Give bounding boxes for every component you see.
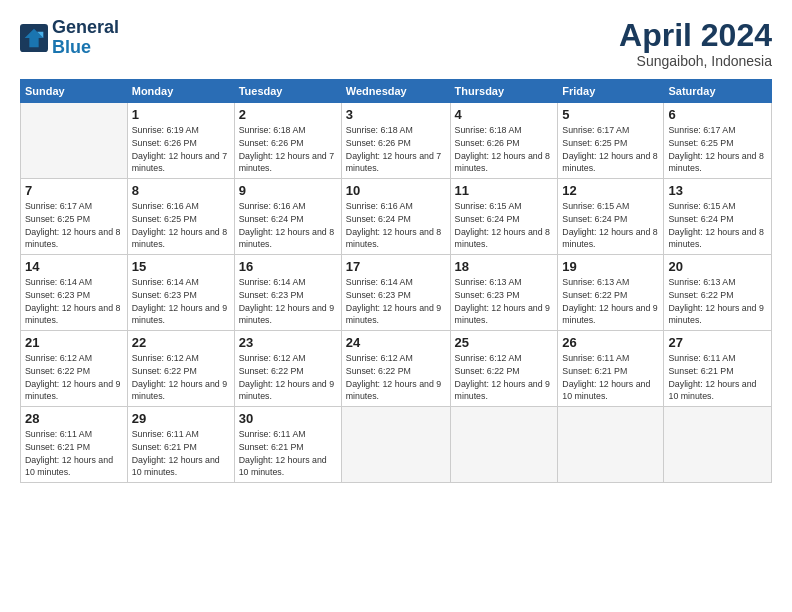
day-number: 16 bbox=[239, 259, 337, 274]
daylight-text: Daylight: 12 hours and 8 minutes. bbox=[562, 227, 657, 250]
col-sunday: Sunday bbox=[21, 80, 128, 103]
sunset-text: Sunset: 6:26 PM bbox=[239, 138, 304, 148]
sunrise-text: Sunrise: 6:14 AM bbox=[132, 277, 199, 287]
sunset-text: Sunset: 6:21 PM bbox=[25, 442, 90, 452]
day-number: 1 bbox=[132, 107, 230, 122]
sunset-text: Sunset: 6:26 PM bbox=[132, 138, 197, 148]
sunset-text: Sunset: 6:24 PM bbox=[239, 214, 304, 224]
day-info: Sunrise: 6:12 AMSunset: 6:22 PMDaylight:… bbox=[455, 352, 554, 403]
sunrise-text: Sunrise: 6:12 AM bbox=[346, 353, 413, 363]
table-cell: 12Sunrise: 6:15 AMSunset: 6:24 PMDayligh… bbox=[558, 179, 664, 255]
day-info: Sunrise: 6:13 AMSunset: 6:22 PMDaylight:… bbox=[562, 276, 659, 327]
day-number: 27 bbox=[668, 335, 767, 350]
sunrise-text: Sunrise: 6:12 AM bbox=[25, 353, 92, 363]
daylight-text: Daylight: 12 hours and 10 minutes. bbox=[132, 455, 220, 478]
day-info: Sunrise: 6:15 AMSunset: 6:24 PMDaylight:… bbox=[562, 200, 659, 251]
sunrise-text: Sunrise: 6:11 AM bbox=[562, 353, 629, 363]
day-number: 14 bbox=[25, 259, 123, 274]
table-cell: 26Sunrise: 6:11 AMSunset: 6:21 PMDayligh… bbox=[558, 331, 664, 407]
calendar-row: 1Sunrise: 6:19 AMSunset: 6:26 PMDaylight… bbox=[21, 103, 772, 179]
day-info: Sunrise: 6:18 AMSunset: 6:26 PMDaylight:… bbox=[455, 124, 554, 175]
day-info: Sunrise: 6:12 AMSunset: 6:22 PMDaylight:… bbox=[25, 352, 123, 403]
day-info: Sunrise: 6:16 AMSunset: 6:24 PMDaylight:… bbox=[346, 200, 446, 251]
day-number: 18 bbox=[455, 259, 554, 274]
sunrise-text: Sunrise: 6:18 AM bbox=[455, 125, 522, 135]
col-tuesday: Tuesday bbox=[234, 80, 341, 103]
sunset-text: Sunset: 6:22 PM bbox=[25, 366, 90, 376]
sunset-text: Sunset: 6:22 PM bbox=[346, 366, 411, 376]
day-info: Sunrise: 6:16 AMSunset: 6:25 PMDaylight:… bbox=[132, 200, 230, 251]
col-saturday: Saturday bbox=[664, 80, 772, 103]
sunrise-text: Sunrise: 6:18 AM bbox=[239, 125, 306, 135]
day-info: Sunrise: 6:12 AMSunset: 6:22 PMDaylight:… bbox=[346, 352, 446, 403]
day-info: Sunrise: 6:13 AMSunset: 6:22 PMDaylight:… bbox=[668, 276, 767, 327]
daylight-text: Daylight: 12 hours and 8 minutes. bbox=[132, 227, 227, 250]
daylight-text: Daylight: 12 hours and 10 minutes. bbox=[668, 379, 756, 402]
table-cell: 18Sunrise: 6:13 AMSunset: 6:23 PMDayligh… bbox=[450, 255, 558, 331]
daylight-text: Daylight: 12 hours and 9 minutes. bbox=[346, 379, 441, 402]
table-cell: 6Sunrise: 6:17 AMSunset: 6:25 PMDaylight… bbox=[664, 103, 772, 179]
table-cell: 21Sunrise: 6:12 AMSunset: 6:22 PMDayligh… bbox=[21, 331, 128, 407]
calendar-row: 14Sunrise: 6:14 AMSunset: 6:23 PMDayligh… bbox=[21, 255, 772, 331]
day-number: 4 bbox=[455, 107, 554, 122]
sunset-text: Sunset: 6:24 PM bbox=[562, 214, 627, 224]
calendar-table: Sunday Monday Tuesday Wednesday Thursday… bbox=[20, 79, 772, 483]
daylight-text: Daylight: 12 hours and 9 minutes. bbox=[668, 303, 763, 326]
table-cell: 1Sunrise: 6:19 AMSunset: 6:26 PMDaylight… bbox=[127, 103, 234, 179]
sunset-text: Sunset: 6:25 PM bbox=[562, 138, 627, 148]
day-number: 17 bbox=[346, 259, 446, 274]
sunset-text: Sunset: 6:21 PM bbox=[562, 366, 627, 376]
sunrise-text: Sunrise: 6:16 AM bbox=[132, 201, 199, 211]
sunset-text: Sunset: 6:26 PM bbox=[455, 138, 520, 148]
logo-text: General Blue bbox=[52, 18, 119, 58]
sunset-text: Sunset: 6:22 PM bbox=[132, 366, 197, 376]
daylight-text: Daylight: 12 hours and 9 minutes. bbox=[455, 303, 550, 326]
table-cell bbox=[450, 407, 558, 483]
daylight-text: Daylight: 12 hours and 9 minutes. bbox=[562, 303, 657, 326]
daylight-text: Daylight: 12 hours and 9 minutes. bbox=[132, 379, 227, 402]
day-info: Sunrise: 6:11 AMSunset: 6:21 PMDaylight:… bbox=[132, 428, 230, 479]
table-cell: 25Sunrise: 6:12 AMSunset: 6:22 PMDayligh… bbox=[450, 331, 558, 407]
daylight-text: Daylight: 12 hours and 10 minutes. bbox=[239, 455, 327, 478]
daylight-text: Daylight: 12 hours and 9 minutes. bbox=[346, 303, 441, 326]
sunset-text: Sunset: 6:23 PM bbox=[239, 290, 304, 300]
sunset-text: Sunset: 6:24 PM bbox=[455, 214, 520, 224]
sunrise-text: Sunrise: 6:18 AM bbox=[346, 125, 413, 135]
day-info: Sunrise: 6:19 AMSunset: 6:26 PMDaylight:… bbox=[132, 124, 230, 175]
daylight-text: Daylight: 12 hours and 8 minutes. bbox=[455, 151, 550, 174]
table-cell: 11Sunrise: 6:15 AMSunset: 6:24 PMDayligh… bbox=[450, 179, 558, 255]
sunset-text: Sunset: 6:23 PM bbox=[25, 290, 90, 300]
sunset-text: Sunset: 6:24 PM bbox=[346, 214, 411, 224]
calendar-row: 7Sunrise: 6:17 AMSunset: 6:25 PMDaylight… bbox=[21, 179, 772, 255]
sunrise-text: Sunrise: 6:16 AM bbox=[346, 201, 413, 211]
day-info: Sunrise: 6:11 AMSunset: 6:21 PMDaylight:… bbox=[239, 428, 337, 479]
sunrise-text: Sunrise: 6:12 AM bbox=[239, 353, 306, 363]
sunset-text: Sunset: 6:25 PM bbox=[668, 138, 733, 148]
sunrise-text: Sunrise: 6:13 AM bbox=[668, 277, 735, 287]
day-info: Sunrise: 6:14 AMSunset: 6:23 PMDaylight:… bbox=[239, 276, 337, 327]
daylight-text: Daylight: 12 hours and 7 minutes. bbox=[346, 151, 441, 174]
sunset-text: Sunset: 6:21 PM bbox=[132, 442, 197, 452]
calendar-row: 28Sunrise: 6:11 AMSunset: 6:21 PMDayligh… bbox=[21, 407, 772, 483]
sunrise-text: Sunrise: 6:17 AM bbox=[668, 125, 735, 135]
day-number: 6 bbox=[668, 107, 767, 122]
day-number: 15 bbox=[132, 259, 230, 274]
sunrise-text: Sunrise: 6:13 AM bbox=[455, 277, 522, 287]
daylight-text: Daylight: 12 hours and 8 minutes. bbox=[25, 303, 120, 326]
day-number: 5 bbox=[562, 107, 659, 122]
day-number: 13 bbox=[668, 183, 767, 198]
day-number: 10 bbox=[346, 183, 446, 198]
day-info: Sunrise: 6:16 AMSunset: 6:24 PMDaylight:… bbox=[239, 200, 337, 251]
daylight-text: Daylight: 12 hours and 10 minutes. bbox=[25, 455, 113, 478]
day-number: 19 bbox=[562, 259, 659, 274]
sunrise-text: Sunrise: 6:19 AM bbox=[132, 125, 199, 135]
col-friday: Friday bbox=[558, 80, 664, 103]
sunset-text: Sunset: 6:22 PM bbox=[668, 290, 733, 300]
sunset-text: Sunset: 6:22 PM bbox=[455, 366, 520, 376]
table-cell: 8Sunrise: 6:16 AMSunset: 6:25 PMDaylight… bbox=[127, 179, 234, 255]
col-thursday: Thursday bbox=[450, 80, 558, 103]
day-info: Sunrise: 6:14 AMSunset: 6:23 PMDaylight:… bbox=[25, 276, 123, 327]
table-cell: 24Sunrise: 6:12 AMSunset: 6:22 PMDayligh… bbox=[341, 331, 450, 407]
table-cell: 16Sunrise: 6:14 AMSunset: 6:23 PMDayligh… bbox=[234, 255, 341, 331]
day-info: Sunrise: 6:18 AMSunset: 6:26 PMDaylight:… bbox=[346, 124, 446, 175]
